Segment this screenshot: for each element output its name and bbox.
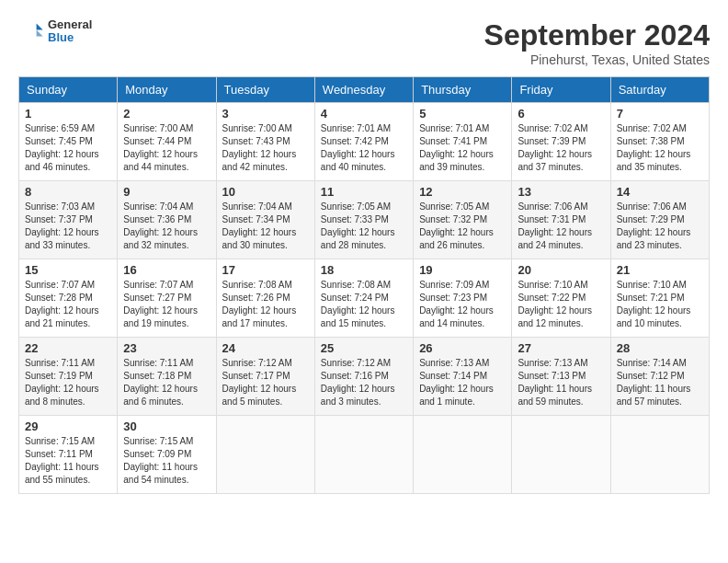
calendar-cell: 7Sunrise: 7:02 AM Sunset: 7:38 PM Daylig… [610,103,709,181]
calendar-cell: 12Sunrise: 7:05 AM Sunset: 7:32 PM Dayli… [414,181,512,259]
day-number: 1 [25,107,111,121]
day-number: 17 [222,263,309,277]
calendar-cell: 3Sunrise: 7:00 AM Sunset: 7:43 PM Daylig… [216,103,314,181]
day-info: Sunrise: 7:01 AM Sunset: 7:42 PM Dayligh… [321,122,407,174]
day-info: Sunrise: 7:13 AM Sunset: 7:13 PM Dayligh… [518,357,604,408]
calendar-week-row: 22Sunrise: 7:11 AM Sunset: 7:19 PM Dayli… [19,338,710,416]
day-number: 21 [617,263,703,277]
day-info: Sunrise: 7:05 AM Sunset: 7:33 PM Dayligh… [321,201,407,252]
day-info: Sunrise: 7:08 AM Sunset: 7:26 PM Dayligh… [222,279,309,330]
calendar-cell [610,416,709,494]
day-number: 6 [518,107,604,121]
day-number: 5 [419,107,506,121]
calendar-header: Sunday Monday Tuesday Wednesday Thursday… [19,77,710,103]
day-info: Sunrise: 7:13 AM Sunset: 7:14 PM Dayligh… [419,357,506,408]
calendar-cell: 22Sunrise: 7:11 AM Sunset: 7:19 PM Dayli… [19,338,118,416]
day-info: Sunrise: 7:01 AM Sunset: 7:41 PM Dayligh… [419,122,506,174]
logo-icon [18,18,44,44]
calendar-cell: 20Sunrise: 7:10 AM Sunset: 7:22 PM Dayli… [512,259,610,338]
day-number: 26 [419,341,506,355]
month-title: September 2024 [484,18,710,52]
day-number: 7 [617,107,703,121]
day-number: 13 [518,185,604,199]
calendar-cell: 25Sunrise: 7:12 AM Sunset: 7:16 PM Dayli… [314,338,413,416]
calendar-cell [512,416,610,494]
calendar-cell: 28Sunrise: 7:14 AM Sunset: 7:12 PM Dayli… [610,338,709,416]
calendar-cell: 17Sunrise: 7:08 AM Sunset: 7:26 PM Dayli… [216,259,314,338]
calendar-cell: 30Sunrise: 7:15 AM Sunset: 7:09 PM Dayli… [118,416,216,494]
day-number: 9 [123,185,210,199]
calendar-cell: 13Sunrise: 7:06 AM Sunset: 7:31 PM Dayli… [512,181,610,259]
day-info: Sunrise: 7:06 AM Sunset: 7:29 PM Dayligh… [617,201,703,252]
day-number: 16 [123,263,210,277]
calendar-cell: 1Sunrise: 6:59 AM Sunset: 7:45 PM Daylig… [19,103,118,181]
calendar-cell: 19Sunrise: 7:09 AM Sunset: 7:23 PM Dayli… [414,259,512,338]
weekday-header-row: Sunday Monday Tuesday Wednesday Thursday… [19,77,710,103]
day-info: Sunrise: 7:07 AM Sunset: 7:27 PM Dayligh… [123,279,210,330]
day-number: 4 [321,107,407,121]
day-info: Sunrise: 7:15 AM Sunset: 7:09 PM Dayligh… [123,435,210,487]
day-info: Sunrise: 6:59 AM Sunset: 7:45 PM Dayligh… [25,122,111,174]
header-saturday: Saturday [610,77,709,103]
day-info: Sunrise: 7:11 AM Sunset: 7:19 PM Dayligh… [25,357,111,408]
day-info: Sunrise: 7:14 AM Sunset: 7:12 PM Dayligh… [617,357,703,408]
calendar-cell: 18Sunrise: 7:08 AM Sunset: 7:24 PM Dayli… [314,259,413,338]
page-header: General Blue September 2024 Pinehurst, T… [18,18,710,67]
calendar-cell: 9Sunrise: 7:04 AM Sunset: 7:36 PM Daylig… [118,181,216,259]
day-number: 27 [518,341,604,355]
calendar-cell: 16Sunrise: 7:07 AM Sunset: 7:27 PM Dayli… [118,259,216,338]
logo-text: General Blue [48,18,92,45]
calendar-cell: 29Sunrise: 7:15 AM Sunset: 7:11 PM Dayli… [19,416,118,494]
day-number: 29 [25,419,111,433]
header-tuesday: Tuesday [216,77,314,103]
day-info: Sunrise: 7:04 AM Sunset: 7:36 PM Dayligh… [123,201,210,252]
day-info: Sunrise: 7:12 AM Sunset: 7:17 PM Dayligh… [222,357,309,408]
calendar-body: 1Sunrise: 6:59 AM Sunset: 7:45 PM Daylig… [19,103,710,494]
calendar-cell: 15Sunrise: 7:07 AM Sunset: 7:28 PM Dayli… [19,259,118,338]
header-friday: Friday [512,77,610,103]
calendar-cell: 21Sunrise: 7:10 AM Sunset: 7:21 PM Dayli… [610,259,709,338]
calendar-cell: 6Sunrise: 7:02 AM Sunset: 7:39 PM Daylig… [512,103,610,181]
day-number: 19 [419,263,506,277]
calendar-cell [314,416,413,494]
calendar-cell: 14Sunrise: 7:06 AM Sunset: 7:29 PM Dayli… [610,181,709,259]
day-info: Sunrise: 7:04 AM Sunset: 7:34 PM Dayligh… [222,201,309,252]
day-number: 25 [321,341,407,355]
calendar-week-row: 8Sunrise: 7:03 AM Sunset: 7:37 PM Daylig… [19,181,710,259]
day-info: Sunrise: 7:08 AM Sunset: 7:24 PM Dayligh… [321,279,407,330]
title-area: September 2024 Pinehurst, Texas, United … [484,18,710,67]
calendar-cell: 4Sunrise: 7:01 AM Sunset: 7:42 PM Daylig… [314,103,413,181]
day-number: 20 [518,263,604,277]
day-info: Sunrise: 7:11 AM Sunset: 7:18 PM Dayligh… [123,357,210,408]
calendar-cell: 11Sunrise: 7:05 AM Sunset: 7:33 PM Dayli… [314,181,413,259]
day-number: 8 [25,185,111,199]
calendar-cell [216,416,314,494]
day-info: Sunrise: 7:07 AM Sunset: 7:28 PM Dayligh… [25,279,111,330]
day-info: Sunrise: 7:03 AM Sunset: 7:37 PM Dayligh… [25,201,111,252]
day-info: Sunrise: 7:05 AM Sunset: 7:32 PM Dayligh… [419,201,506,252]
calendar-cell: 23Sunrise: 7:11 AM Sunset: 7:18 PM Dayli… [118,338,216,416]
day-info: Sunrise: 7:12 AM Sunset: 7:16 PM Dayligh… [321,357,407,408]
location: Pinehurst, Texas, United States [484,52,710,67]
svg-rect-0 [18,18,44,44]
header-wednesday: Wednesday [314,77,413,103]
day-number: 15 [25,263,111,277]
day-info: Sunrise: 7:09 AM Sunset: 7:23 PM Dayligh… [419,279,506,330]
calendar-cell: 2Sunrise: 7:00 AM Sunset: 7:44 PM Daylig… [118,103,216,181]
calendar-week-row: 15Sunrise: 7:07 AM Sunset: 7:28 PM Dayli… [19,259,710,338]
day-info: Sunrise: 7:02 AM Sunset: 7:39 PM Dayligh… [518,122,604,174]
calendar-cell [414,416,512,494]
day-info: Sunrise: 7:00 AM Sunset: 7:44 PM Dayligh… [123,122,210,174]
day-info: Sunrise: 7:15 AM Sunset: 7:11 PM Dayligh… [25,435,111,487]
logo: General Blue [18,18,92,45]
calendar-table: Sunday Monday Tuesday Wednesday Thursday… [18,76,710,494]
day-number: 12 [419,185,506,199]
day-number: 3 [222,107,309,121]
header-monday: Monday [118,77,216,103]
day-info: Sunrise: 7:02 AM Sunset: 7:38 PM Dayligh… [617,122,703,174]
calendar-week-row: 1Sunrise: 6:59 AM Sunset: 7:45 PM Daylig… [19,103,710,181]
calendar-cell: 10Sunrise: 7:04 AM Sunset: 7:34 PM Dayli… [216,181,314,259]
day-number: 10 [222,185,309,199]
calendar-cell: 27Sunrise: 7:13 AM Sunset: 7:13 PM Dayli… [512,338,610,416]
day-number: 30 [123,419,210,433]
